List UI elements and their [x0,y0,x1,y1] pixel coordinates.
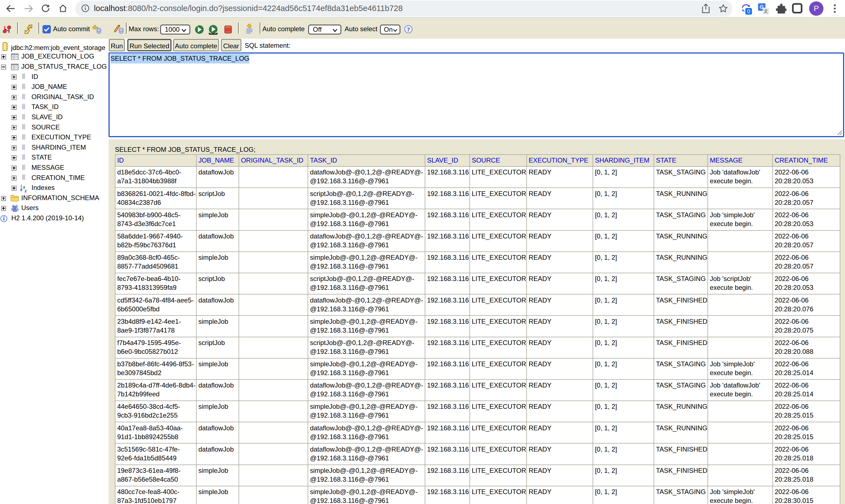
svg-text:0: 0 [747,8,750,14]
svg-text:z: z [24,188,27,193]
svg-text:?: ? [407,26,410,33]
svg-text:文: 文 [763,8,768,14]
